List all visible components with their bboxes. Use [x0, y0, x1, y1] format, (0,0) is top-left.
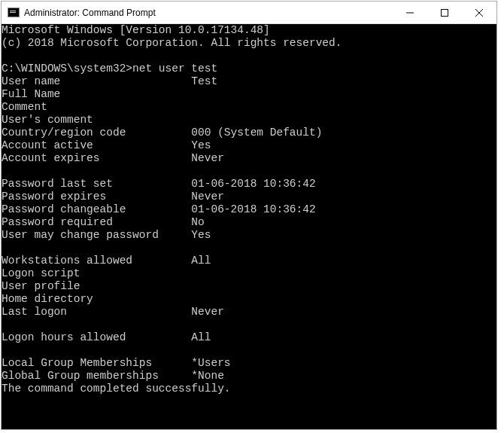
field-row: Home directory — [2, 293, 496, 306]
command-prompt-window: Administrator: Command Prompt Microsoft … — [1, 1, 497, 430]
svg-rect-1 — [442, 9, 448, 16]
maximize-button[interactable] — [427, 2, 462, 23]
field-row: Workstations allowed All — [2, 255, 496, 267]
command-text: net user test — [132, 63, 217, 75]
copyright-line: (c) 2018 Microsoft Corporation. All righ… — [2, 37, 496, 50]
blank-line — [2, 165, 496, 178]
titlebar[interactable]: Administrator: Command Prompt — [2, 2, 496, 24]
field-row: User's comment — [2, 114, 496, 127]
cmd-icon — [8, 8, 20, 17]
field-row: Account expires Never — [2, 152, 496, 165]
field-row: Local Group Memberships *Users — [2, 357, 496, 370]
minimize-button[interactable] — [393, 2, 427, 23]
version-line: Microsoft Windows [Version 10.0.17134.48… — [2, 24, 496, 37]
field-row: Country/region code 000 (System Default) — [2, 127, 496, 139]
field-row: Comment — [2, 101, 496, 114]
field-row: User may change password Yes — [2, 229, 496, 242]
field-row: Password changeable 01-06-2018 10:36:42 — [2, 203, 496, 216]
terminal-area[interactable]: Microsoft Windows [Version 10.0.17134.48… — [2, 24, 496, 429]
blank-line — [2, 344, 496, 357]
prompt-line: C:\WINDOWS\system32>net user test — [2, 63, 496, 75]
field-row: User name Test — [2, 75, 496, 88]
close-button[interactable] — [462, 2, 496, 23]
field-row: Global Group memberships *None — [2, 370, 496, 383]
field-row: Password required No — [2, 216, 496, 229]
field-row: Logon hours allowed All — [2, 331, 496, 344]
finish-line: The command completed successfully. — [2, 383, 496, 395]
blank-line — [2, 50, 496, 63]
blank-line — [2, 242, 496, 255]
field-row: Account active Yes — [2, 139, 496, 152]
prompt-path: C:\WINDOWS\system32> — [2, 63, 132, 75]
field-row: Full Name — [2, 88, 496, 101]
window-controls — [393, 2, 496, 23]
field-row: Password last set 01-06-2018 10:36:42 — [2, 178, 496, 191]
field-row: Logon script — [2, 267, 496, 280]
window-title: Administrator: Command Prompt — [24, 8, 393, 18]
field-row: User profile — [2, 280, 496, 293]
blank-line — [2, 319, 496, 331]
field-row: Last logon Never — [2, 306, 496, 319]
field-row: Password expires Never — [2, 191, 496, 203]
